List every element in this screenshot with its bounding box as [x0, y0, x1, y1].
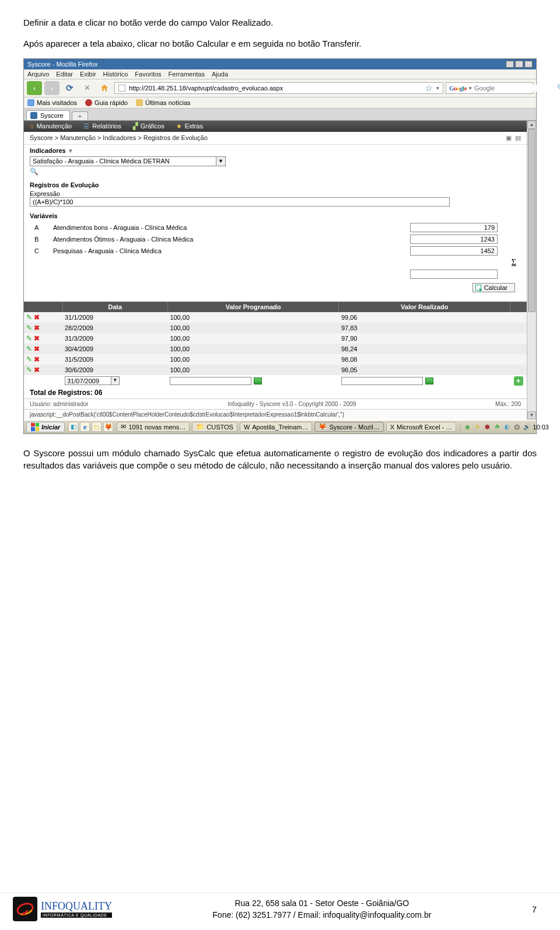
- delete-icon[interactable]: ✖: [34, 334, 40, 342]
- tray-icon[interactable]: ⏻: [513, 423, 521, 431]
- col-action: [510, 302, 527, 312]
- titlebar[interactable]: Syscore - Mozilla Firefox _ ❐ ×: [24, 59, 536, 69]
- bookmark-ultimas-noticias[interactable]: Últimas notícias: [136, 99, 191, 106]
- tray-volume-icon[interactable]: 🔊: [523, 423, 531, 431]
- ql-ie-icon[interactable]: e: [80, 422, 90, 432]
- registros-label: Registros de Evolução: [30, 181, 521, 188]
- scroll-thumb[interactable]: [528, 129, 536, 313]
- indicadores-select[interactable]: ▼: [30, 156, 521, 166]
- magnify-icon[interactable]: 🔍: [30, 167, 521, 176]
- edit-icon[interactable]: ✎: [26, 334, 32, 342]
- footer-contact: Fone: (62) 3251.7977 / Email: infoqualit…: [112, 909, 532, 921]
- sigma-icon[interactable]: Σ: [512, 258, 516, 267]
- menu-editar[interactable]: Editar: [56, 71, 73, 78]
- taskbar-task[interactable]: 🦊Syscore - Mozil…: [314, 422, 383, 432]
- scroll-down-icon[interactable]: ▼: [527, 411, 536, 419]
- ql-explorer-icon[interactable]: 🗀: [92, 422, 102, 432]
- cell-prog: 100,00: [167, 312, 339, 323]
- col-data: Data: [62, 302, 167, 312]
- new-date-input[interactable]: [65, 376, 111, 385]
- tray-icon[interactable]: ◐: [503, 423, 511, 431]
- add-row-button[interactable]: +: [514, 376, 523, 386]
- nav-extras[interactable]: ★ Extras: [176, 123, 203, 130]
- delete-icon[interactable]: ✖: [34, 313, 40, 321]
- menu-favoritos[interactable]: Favoritos: [135, 71, 161, 78]
- taskbar-task[interactable]: ✉1091 novas mens…: [117, 422, 190, 432]
- close-button[interactable]: ×: [524, 61, 533, 68]
- delete-icon[interactable]: ✖: [34, 355, 40, 363]
- filter-icon[interactable]: ▾: [69, 147, 72, 155]
- var-row-b: B Atendimentos Ótimos - Araguaia - Clíni…: [31, 234, 520, 244]
- new-real-input[interactable]: [341, 377, 423, 385]
- tray-icon[interactable]: ☘: [493, 423, 501, 431]
- var-b-input[interactable]: [410, 235, 498, 244]
- table-row: ✎✖31/1/2009100,0099,06: [24, 312, 527, 323]
- nav-graficos[interactable]: ▞ Gráficos: [133, 123, 164, 130]
- reload-button[interactable]: ⟳: [62, 81, 77, 95]
- search-input[interactable]: [474, 85, 555, 92]
- bookmark-mais-visitados[interactable]: Mais visitados: [27, 99, 77, 106]
- taskbar-task[interactable]: WApostila_Treinam…: [240, 422, 313, 432]
- scroll-up-icon[interactable]: ▲: [527, 121, 536, 129]
- url-dropdown-icon[interactable]: ▾: [436, 85, 439, 91]
- search-dropdown-icon[interactable]: ▾: [469, 85, 472, 91]
- expand-icon[interactable]: ▣: [506, 134, 512, 142]
- ql-firefox-icon[interactable]: 🦊: [103, 422, 113, 432]
- back-button[interactable]: ‹: [27, 81, 42, 95]
- statusbar-js: javascript:__doPostBack('ctl00$ContentPl…: [24, 409, 527, 419]
- var-c-input[interactable]: [410, 246, 498, 256]
- cell-prog: 100,00: [167, 344, 339, 354]
- edit-icon[interactable]: ✎: [26, 324, 32, 332]
- menu-arquivo[interactable]: Arquivo: [27, 71, 49, 78]
- home-button[interactable]: [97, 81, 112, 95]
- new-prog-input[interactable]: [170, 377, 251, 385]
- menu-historico[interactable]: Histórico: [103, 71, 128, 78]
- delete-icon[interactable]: ✖: [34, 345, 40, 353]
- stop-button[interactable]: ✕: [79, 81, 94, 95]
- edit-icon[interactable]: ✎: [26, 313, 32, 321]
- search-icon[interactable]: 🔍: [557, 84, 560, 92]
- edit-icon[interactable]: ✎: [26, 366, 32, 374]
- vertical-scrollbar[interactable]: ▲ ▼: [527, 121, 536, 419]
- footer-address: Rua 22, 658 sala 01 - Setor Oeste - Goiâ…: [112, 897, 532, 909]
- indicadores-value[interactable]: [30, 156, 216, 166]
- taskbar-task[interactable]: 📁CUSTOS: [192, 422, 237, 432]
- var-result-input[interactable]: [410, 270, 498, 279]
- tray-icon[interactable]: ◉: [463, 423, 471, 431]
- save-real-button[interactable]: [425, 377, 433, 384]
- dropdown-arrow-icon[interactable]: ▼: [216, 156, 226, 166]
- date-dropdown-icon[interactable]: ▾: [111, 376, 120, 385]
- taskbar-task[interactable]: XMicrosoft Excel - …: [386, 422, 457, 432]
- tray-icon[interactable]: ☀: [473, 423, 481, 431]
- menu-exibir[interactable]: Exibir: [80, 71, 96, 78]
- start-button[interactable]: Iniciar: [26, 422, 65, 432]
- bookmark-star-icon[interactable]: ☆: [425, 83, 433, 93]
- url-bar[interactable]: http://201.48.251.18/vaptvupt/cadastro_e…: [114, 82, 443, 94]
- menu-ferramentas[interactable]: Ferramentas: [169, 71, 205, 78]
- expressao-input[interactable]: [30, 197, 450, 207]
- forward-button[interactable]: ›: [44, 81, 60, 95]
- bookmark-guia-rapido[interactable]: Guia rápido: [85, 99, 128, 106]
- tray-icon[interactable]: ⬢: [483, 423, 491, 431]
- tab-syscore[interactable]: Syscore: [26, 110, 70, 120]
- maximize-button[interactable]: ❐: [515, 61, 523, 68]
- var-a-input[interactable]: [410, 223, 498, 232]
- nav-manutencao[interactable]: ⌂ Manutenção: [30, 123, 72, 130]
- table-row: ✎✖30/6/2009100,0098,05: [24, 365, 527, 375]
- edit-icon[interactable]: ✎: [26, 355, 32, 363]
- search-box[interactable]: Google ▾ 🔍: [446, 82, 533, 94]
- new-tab-button[interactable]: +: [72, 111, 88, 120]
- col-real: Valor Realizado: [339, 302, 510, 312]
- nav-relatorios[interactable]: ☰ Relatórios: [83, 123, 121, 130]
- delete-icon[interactable]: ✖: [34, 324, 40, 332]
- task-label: 1091 novas mens…: [128, 424, 186, 431]
- collapse-icon[interactable]: ▤: [515, 134, 521, 142]
- page-footer: ✔ INFOQUALITY INFORMÁTICA E QUALIDADE Ru…: [0, 893, 560, 925]
- edit-icon[interactable]: ✎: [26, 345, 32, 353]
- calcular-button[interactable]: Calcular: [473, 283, 515, 292]
- delete-icon[interactable]: ✖: [34, 366, 40, 374]
- save-prog-button[interactable]: [254, 377, 262, 384]
- ql-desktop-icon[interactable]: ◧: [68, 422, 78, 432]
- minimize-button[interactable]: _: [506, 61, 514, 68]
- menu-ajuda[interactable]: Ajuda: [212, 71, 228, 78]
